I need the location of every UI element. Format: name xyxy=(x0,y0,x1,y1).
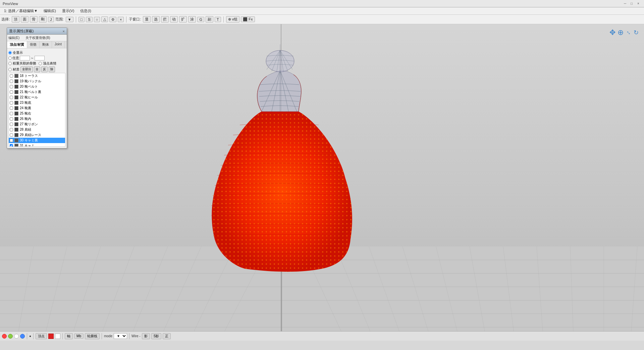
btn-reverse[interactable]: 反 xyxy=(41,67,48,72)
material-item[interactable]: 21 靴ベルト裏 xyxy=(9,89,65,95)
child-expand[interactable]: 扩 xyxy=(179,16,187,23)
material-checkbox[interactable] xyxy=(10,85,13,88)
nav-zoom-icon[interactable]: ↔ xyxy=(624,28,633,37)
tool-top[interactable]: 頂 xyxy=(12,16,19,23)
material-checkbox[interactable] xyxy=(10,123,13,126)
tab-bone[interactable]: 骨骼 xyxy=(27,41,40,48)
tool-rect[interactable]: □ xyxy=(78,17,85,22)
tool-fx[interactable]: ⬛ Fx xyxy=(241,16,255,22)
status-circle-red[interactable] xyxy=(2,334,7,339)
tool-j[interactable]: J xyxy=(48,17,54,22)
view-menu-item[interactable]: 显示(V) xyxy=(59,8,77,14)
child-move[interactable]: 动 xyxy=(170,16,178,23)
material-item[interactable]: 25 靴右 xyxy=(9,111,65,116)
shadow2-btn[interactable]: S影 xyxy=(151,333,162,339)
material-item[interactable]: 20 靴ベルト xyxy=(9,84,65,89)
axis-btn[interactable]: 軸 xyxy=(65,333,73,339)
shadow-btn[interactable]: 影 xyxy=(142,333,150,339)
material-checkbox[interactable] xyxy=(10,106,13,110)
status-circle-white[interactable] xyxy=(14,334,19,339)
btn-remove[interactable]: 除 xyxy=(49,67,55,72)
material-item[interactable]: 19 靴バックル xyxy=(9,79,65,84)
btn-partial[interactable]: 全部分 xyxy=(20,67,33,72)
material-checkbox[interactable] xyxy=(10,144,13,147)
child-copy[interactable]: 副 xyxy=(206,16,213,23)
tool-circle[interactable]: ○ xyxy=(94,17,100,22)
status-circle-blue[interactable] xyxy=(20,334,25,339)
material-checkbox[interactable] xyxy=(10,112,13,115)
nav-cross-icon[interactable]: ⊕ xyxy=(618,28,624,37)
mb-btn[interactable]: Mb xyxy=(74,334,84,339)
info-menu-item[interactable]: 信息(I) xyxy=(77,8,94,14)
material-checkbox[interactable] xyxy=(10,117,13,121)
mode-dropdown[interactable]: ▼ xyxy=(114,333,127,339)
select-menu-item[interactable]: 1: 选择／基础编辑▼ xyxy=(1,8,40,14)
material-checkbox[interactable] xyxy=(10,80,13,83)
material-checkbox[interactable] xyxy=(10,133,13,137)
contour-btn[interactable]: 轮廓线 xyxy=(85,333,100,339)
nav-rotate-icon[interactable]: ↻ xyxy=(634,29,639,36)
material-item[interactable]: 22 靴ヒール xyxy=(9,95,65,100)
material-item[interactable]: 29 肩紐レース xyxy=(9,132,65,138)
material-item[interactable]: 30 キャミ裏 xyxy=(9,138,65,143)
tool-triangle[interactable]: △ xyxy=(101,16,108,22)
close-btn[interactable]: × xyxy=(637,2,641,6)
nav-move-icon[interactable]: ✥ xyxy=(609,28,615,37)
radio-material[interactable] xyxy=(8,68,12,71)
tool-vgroup[interactable]: ⊕ v组 xyxy=(226,16,240,23)
material-item[interactable]: 23 靴底 xyxy=(9,100,65,105)
child-paint[interactable]: 涂 xyxy=(188,16,196,23)
panel-close-btn[interactable]: × xyxy=(63,29,65,33)
material-item[interactable]: 27 靴リボン xyxy=(9,122,65,127)
tab-joint[interactable]: Joint xyxy=(52,41,65,48)
vertex-btn[interactable]: 頂点 xyxy=(36,333,47,339)
material-checkbox[interactable] xyxy=(10,90,13,94)
child-lock[interactable]: 拦 xyxy=(161,16,169,23)
material-name: 29 肩紐レース xyxy=(20,133,41,137)
material-section: 材质 全部分 全 反 除 xyxy=(8,67,65,72)
tool-cross[interactable]: × xyxy=(118,17,124,22)
tab-rigid[interactable]: 剛体 xyxy=(40,41,52,48)
child-g[interactable]: G xyxy=(197,17,204,22)
color-swatch-white[interactable] xyxy=(55,334,60,339)
weight-bone-label: 权重关联的骨骼 xyxy=(13,61,36,66)
radio-any[interactable] xyxy=(8,56,12,60)
radio-all-show[interactable] xyxy=(8,51,12,54)
material-color-swatch xyxy=(14,144,18,147)
tool-face[interactable]: 面 xyxy=(21,16,29,23)
material-checkbox[interactable] xyxy=(10,139,13,142)
edit-menu-item[interactable]: 编辑(E) xyxy=(41,8,59,14)
front-btn[interactable]: 正 xyxy=(163,333,171,339)
btn-all[interactable]: 全 xyxy=(34,67,40,72)
material-checkbox[interactable] xyxy=(10,101,13,104)
tool-bone[interactable]: 骨 xyxy=(30,16,38,23)
material-checkbox[interactable] xyxy=(10,96,13,99)
range-dropdown[interactable]: ▼ xyxy=(66,17,73,22)
minimize-btn[interactable]: ─ xyxy=(624,2,628,6)
child-select[interactable]: 选 xyxy=(152,16,160,23)
tab-vertex-material[interactable]: 頂点/材質 xyxy=(7,41,27,48)
material-checkbox[interactable] xyxy=(10,74,13,78)
child-t[interactable]: T xyxy=(215,17,221,22)
radio-vertex-surface[interactable] xyxy=(39,62,42,65)
viewport[interactable]: ✥ ⊕ ↔ ↻ 显示属性(屏蔽) × 编辑(E) 关于权重骨骼(B) 頂点/材質… xyxy=(0,24,644,341)
tool-phi[interactable]: Φ xyxy=(109,17,116,22)
range-min[interactable] xyxy=(20,56,30,60)
maximize-btn[interactable]: □ xyxy=(631,2,635,6)
panel-bone-menu[interactable]: 关于权重骨骼(B) xyxy=(25,36,50,40)
material-item[interactable]: 24 靴裏 xyxy=(9,105,65,111)
material-item[interactable]: 28 肩紐 xyxy=(9,127,65,132)
range-max[interactable] xyxy=(35,56,45,60)
panel-edit-menu[interactable]: 编辑(E) xyxy=(8,36,19,40)
status-circle-green[interactable] xyxy=(8,334,13,339)
radio-weight-bone[interactable] xyxy=(8,62,12,65)
tool-s[interactable]: S xyxy=(86,17,92,22)
color-swatch-red[interactable] xyxy=(48,334,54,339)
material-item[interactable]: 31 キャミ xyxy=(9,143,65,147)
child-show[interactable]: 显 xyxy=(143,16,151,23)
material-list[interactable]: 18 トーラス19 靴バックル20 靴ベルト21 靴ベルト裏22 靴ヒール23 … xyxy=(8,73,65,147)
material-item[interactable]: 18 トーラス xyxy=(9,73,65,79)
material-item[interactable]: 26 靴内 xyxy=(9,116,65,122)
tool-rigid[interactable]: 剛 xyxy=(39,16,47,23)
material-checkbox[interactable] xyxy=(10,128,13,131)
